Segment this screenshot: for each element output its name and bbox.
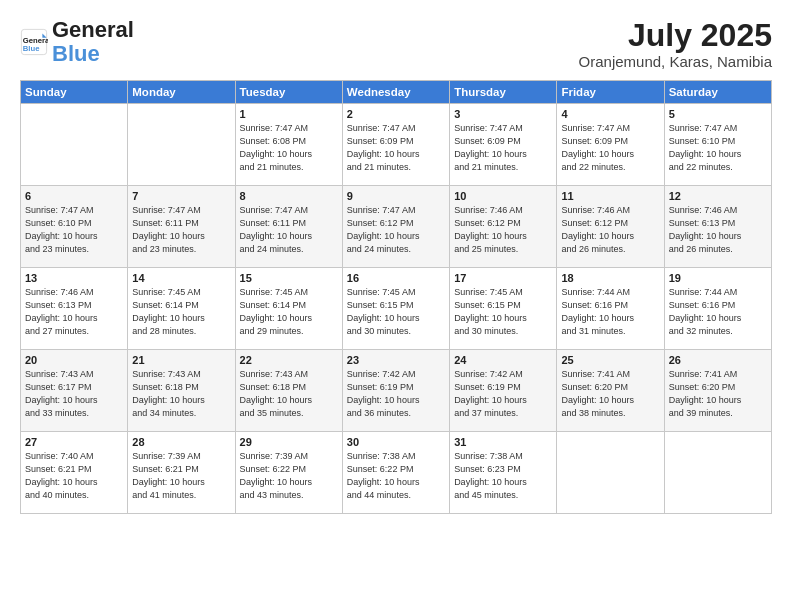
calendar-week-row: 20Sunrise: 7:43 AM Sunset: 6:17 PM Dayli…: [21, 350, 772, 432]
day-detail: Sunrise: 7:45 AM Sunset: 6:14 PM Dayligh…: [240, 286, 338, 338]
calendar-cell: 20Sunrise: 7:43 AM Sunset: 6:17 PM Dayli…: [21, 350, 128, 432]
day-header-thursday: Thursday: [450, 81, 557, 104]
calendar-cell: [557, 432, 664, 514]
calendar-cell: 6Sunrise: 7:47 AM Sunset: 6:10 PM Daylig…: [21, 186, 128, 268]
calendar-cell: 24Sunrise: 7:42 AM Sunset: 6:19 PM Dayli…: [450, 350, 557, 432]
calendar-week-row: 6Sunrise: 7:47 AM Sunset: 6:10 PM Daylig…: [21, 186, 772, 268]
day-number: 28: [132, 436, 230, 448]
day-detail: Sunrise: 7:46 AM Sunset: 6:13 PM Dayligh…: [669, 204, 767, 256]
calendar-table: SundayMondayTuesdayWednesdayThursdayFrid…: [20, 80, 772, 514]
day-detail: Sunrise: 7:47 AM Sunset: 6:09 PM Dayligh…: [454, 122, 552, 174]
day-detail: Sunrise: 7:39 AM Sunset: 6:21 PM Dayligh…: [132, 450, 230, 502]
calendar-cell: [664, 432, 771, 514]
location: Oranjemund, Karas, Namibia: [579, 53, 772, 70]
day-number: 2: [347, 108, 445, 120]
day-number: 27: [25, 436, 123, 448]
calendar-cell: 12Sunrise: 7:46 AM Sunset: 6:13 PM Dayli…: [664, 186, 771, 268]
day-detail: Sunrise: 7:45 AM Sunset: 6:15 PM Dayligh…: [454, 286, 552, 338]
calendar-cell: 29Sunrise: 7:39 AM Sunset: 6:22 PM Dayli…: [235, 432, 342, 514]
day-detail: Sunrise: 7:47 AM Sunset: 6:10 PM Dayligh…: [669, 122, 767, 174]
calendar-cell: [21, 104, 128, 186]
calendar-cell: 10Sunrise: 7:46 AM Sunset: 6:12 PM Dayli…: [450, 186, 557, 268]
day-number: 22: [240, 354, 338, 366]
calendar-cell: 30Sunrise: 7:38 AM Sunset: 6:22 PM Dayli…: [342, 432, 449, 514]
day-number: 7: [132, 190, 230, 202]
calendar-page: General Blue General Blue July 2025 Oran…: [0, 0, 792, 524]
calendar-cell: 22Sunrise: 7:43 AM Sunset: 6:18 PM Dayli…: [235, 350, 342, 432]
day-header-sunday: Sunday: [21, 81, 128, 104]
day-detail: Sunrise: 7:47 AM Sunset: 6:08 PM Dayligh…: [240, 122, 338, 174]
day-header-monday: Monday: [128, 81, 235, 104]
day-number: 24: [454, 354, 552, 366]
day-number: 25: [561, 354, 659, 366]
day-header-friday: Friday: [557, 81, 664, 104]
day-number: 5: [669, 108, 767, 120]
calendar-cell: 1Sunrise: 7:47 AM Sunset: 6:08 PM Daylig…: [235, 104, 342, 186]
day-number: 29: [240, 436, 338, 448]
calendar-cell: 18Sunrise: 7:44 AM Sunset: 6:16 PM Dayli…: [557, 268, 664, 350]
calendar-cell: 3Sunrise: 7:47 AM Sunset: 6:09 PM Daylig…: [450, 104, 557, 186]
calendar-cell: 9Sunrise: 7:47 AM Sunset: 6:12 PM Daylig…: [342, 186, 449, 268]
day-number: 17: [454, 272, 552, 284]
calendar-cell: 21Sunrise: 7:43 AM Sunset: 6:18 PM Dayli…: [128, 350, 235, 432]
calendar-cell: 8Sunrise: 7:47 AM Sunset: 6:11 PM Daylig…: [235, 186, 342, 268]
day-header-saturday: Saturday: [664, 81, 771, 104]
day-detail: Sunrise: 7:47 AM Sunset: 6:12 PM Dayligh…: [347, 204, 445, 256]
day-number: 11: [561, 190, 659, 202]
calendar-cell: 5Sunrise: 7:47 AM Sunset: 6:10 PM Daylig…: [664, 104, 771, 186]
day-detail: Sunrise: 7:47 AM Sunset: 6:10 PM Dayligh…: [25, 204, 123, 256]
day-detail: Sunrise: 7:42 AM Sunset: 6:19 PM Dayligh…: [347, 368, 445, 420]
day-detail: Sunrise: 7:41 AM Sunset: 6:20 PM Dayligh…: [561, 368, 659, 420]
day-detail: Sunrise: 7:39 AM Sunset: 6:22 PM Dayligh…: [240, 450, 338, 502]
day-detail: Sunrise: 7:45 AM Sunset: 6:14 PM Dayligh…: [132, 286, 230, 338]
logo-blue: Blue: [52, 41, 100, 66]
calendar-week-row: 13Sunrise: 7:46 AM Sunset: 6:13 PM Dayli…: [21, 268, 772, 350]
month-year: July 2025: [579, 18, 772, 53]
calendar-cell: 14Sunrise: 7:45 AM Sunset: 6:14 PM Dayli…: [128, 268, 235, 350]
day-number: 18: [561, 272, 659, 284]
calendar-cell: 28Sunrise: 7:39 AM Sunset: 6:21 PM Dayli…: [128, 432, 235, 514]
day-number: 20: [25, 354, 123, 366]
day-number: 12: [669, 190, 767, 202]
day-detail: Sunrise: 7:47 AM Sunset: 6:11 PM Dayligh…: [240, 204, 338, 256]
day-number: 26: [669, 354, 767, 366]
day-number: 23: [347, 354, 445, 366]
svg-text:Blue: Blue: [23, 44, 40, 53]
calendar-cell: 25Sunrise: 7:41 AM Sunset: 6:20 PM Dayli…: [557, 350, 664, 432]
day-number: 16: [347, 272, 445, 284]
calendar-cell: 15Sunrise: 7:45 AM Sunset: 6:14 PM Dayli…: [235, 268, 342, 350]
calendar-header-row: SundayMondayTuesdayWednesdayThursdayFrid…: [21, 81, 772, 104]
calendar-cell: 11Sunrise: 7:46 AM Sunset: 6:12 PM Dayli…: [557, 186, 664, 268]
day-detail: Sunrise: 7:38 AM Sunset: 6:23 PM Dayligh…: [454, 450, 552, 502]
calendar-cell: 4Sunrise: 7:47 AM Sunset: 6:09 PM Daylig…: [557, 104, 664, 186]
calendar-cell: 26Sunrise: 7:41 AM Sunset: 6:20 PM Dayli…: [664, 350, 771, 432]
day-detail: Sunrise: 7:45 AM Sunset: 6:15 PM Dayligh…: [347, 286, 445, 338]
day-detail: Sunrise: 7:42 AM Sunset: 6:19 PM Dayligh…: [454, 368, 552, 420]
day-header-wednesday: Wednesday: [342, 81, 449, 104]
logo-general: General: [52, 17, 134, 42]
calendar-cell: 13Sunrise: 7:46 AM Sunset: 6:13 PM Dayli…: [21, 268, 128, 350]
day-number: 3: [454, 108, 552, 120]
day-number: 19: [669, 272, 767, 284]
calendar-week-row: 27Sunrise: 7:40 AM Sunset: 6:21 PM Dayli…: [21, 432, 772, 514]
day-number: 4: [561, 108, 659, 120]
logo-text: General Blue: [52, 18, 134, 66]
day-detail: Sunrise: 7:41 AM Sunset: 6:20 PM Dayligh…: [669, 368, 767, 420]
day-detail: Sunrise: 7:46 AM Sunset: 6:12 PM Dayligh…: [454, 204, 552, 256]
calendar-cell: 16Sunrise: 7:45 AM Sunset: 6:15 PM Dayli…: [342, 268, 449, 350]
day-number: 10: [454, 190, 552, 202]
day-detail: Sunrise: 7:43 AM Sunset: 6:18 PM Dayligh…: [132, 368, 230, 420]
day-number: 1: [240, 108, 338, 120]
title-block: July 2025 Oranjemund, Karas, Namibia: [579, 18, 772, 70]
day-detail: Sunrise: 7:38 AM Sunset: 6:22 PM Dayligh…: [347, 450, 445, 502]
calendar-cell: 7Sunrise: 7:47 AM Sunset: 6:11 PM Daylig…: [128, 186, 235, 268]
day-detail: Sunrise: 7:47 AM Sunset: 6:11 PM Dayligh…: [132, 204, 230, 256]
header: General Blue General Blue July 2025 Oran…: [20, 18, 772, 70]
day-number: 8: [240, 190, 338, 202]
day-detail: Sunrise: 7:46 AM Sunset: 6:13 PM Dayligh…: [25, 286, 123, 338]
logo-icon: General Blue: [20, 28, 48, 56]
logo: General Blue General Blue: [20, 18, 134, 66]
day-number: 6: [25, 190, 123, 202]
day-detail: Sunrise: 7:40 AM Sunset: 6:21 PM Dayligh…: [25, 450, 123, 502]
day-detail: Sunrise: 7:43 AM Sunset: 6:18 PM Dayligh…: [240, 368, 338, 420]
